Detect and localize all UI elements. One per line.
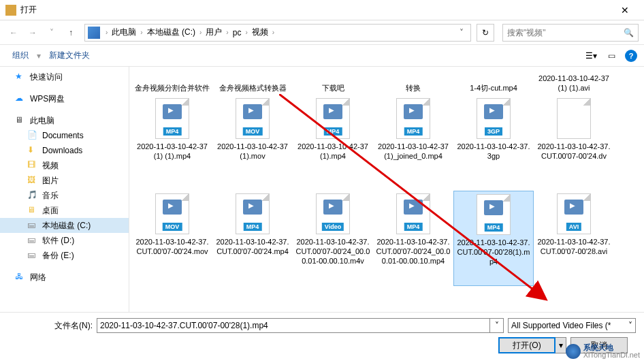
refresh-button[interactable]: ↻	[477, 24, 494, 42]
file-grid: 金舟视频分割合并软件 金舟视频格式转换器 下载吧 转换 1-4切-cut.mp4…	[132, 68, 641, 286]
file-item[interactable]: MP4 2020-11-03-10-42-37(1) (1).mp4	[132, 95, 212, 191]
crumb-users[interactable]: 用户	[204, 27, 223, 38]
video-icon	[323, 200, 342, 215]
drive-icon: 🖴	[27, 220, 38, 231]
titlebar: 打开 ✕	[0, 0, 644, 20]
sidebar-music[interactable]: 🎵音乐	[0, 188, 129, 203]
sidebar-label: 桌面	[42, 205, 59, 217]
sidebar-downloads[interactable]: ⬇Downloads	[0, 143, 129, 158]
filetype-select[interactable]: All Supported Video Files (* ˅	[508, 318, 636, 333]
filename-dropdown[interactable]: ˅	[490, 318, 504, 333]
crumb-drive-c[interactable]: 本地磁盘 (C:)	[146, 27, 197, 38]
file-item[interactable]: 1-4切-cut.mp4	[453, 68, 534, 95]
video-icon	[243, 200, 262, 215]
open-button[interactable]: 打开(O)	[498, 337, 556, 353]
sidebar-label: 图片	[42, 175, 59, 187]
sidebar-pictures[interactable]: 🖼图片	[0, 173, 129, 188]
recent-dropdown[interactable]: ˅	[44, 25, 60, 41]
sidebar-videos[interactable]: 🎞视频	[0, 158, 129, 173]
close-button[interactable]: ✕	[611, 5, 639, 16]
crumb-videos[interactable]: 视频	[251, 27, 270, 38]
file-item[interactable]: MP4 2020-11-03-10-42-37.CUT.00'07-00'28(…	[453, 191, 534, 286]
crumb-thispc[interactable]: 此电脑	[110, 27, 138, 38]
view-options-button[interactable]: ☰▾	[584, 49, 598, 63]
video-icon	[404, 104, 423, 119]
format-badge: MP4	[404, 127, 423, 136]
video-icon	[484, 200, 503, 215]
documents-icon: 📄	[27, 130, 38, 141]
sidebar-quick-access[interactable]: ★快速访问	[0, 69, 129, 84]
desktop-icon: 🖥	[27, 205, 38, 216]
up-button[interactable]: ↑	[63, 25, 79, 41]
preview-pane-button[interactable]: ▭	[605, 49, 618, 63]
file-item[interactable]: MP4 2020-11-03-10-42-37(1)_joined_0.mp4	[373, 95, 453, 191]
file-item[interactable]: 3GP 2020-11-03-10-42-37.3gp	[453, 95, 534, 191]
file-item[interactable]: Video 2020-11-03-10-42-37.CUT.00'07-00'2…	[293, 191, 373, 286]
chevron-right-icon[interactable]: ›	[242, 29, 250, 36]
sidebar-label: 软件 (D:)	[42, 235, 74, 247]
footer: 文件名(N): ˅ All Supported Video Files (* ˅…	[0, 312, 644, 356]
chevron-right-icon[interactable]: ›	[270, 29, 277, 36]
file-item[interactable]: MOV 2020-11-03-10-42-37(1).mov	[212, 95, 293, 191]
file-item[interactable]: 转换	[373, 68, 453, 95]
file-label: 2020-11-03-10-42-37.CUT.00'07-00'24.mov	[135, 237, 210, 256]
watermark-line2: XiTongTianDi.net	[583, 351, 640, 359]
sidebar-drive-d[interactable]: 🖴软件 (D:)	[0, 233, 129, 248]
sidebar-documents[interactable]: 📄Documents	[0, 128, 129, 143]
address-bar[interactable]: › 此电脑 › 本地磁盘 (C:) › 用户 › pc › 视频 › ˅	[84, 24, 471, 42]
format-badge: MP4	[163, 127, 182, 136]
watermark: 系统天地 XiTongTianDi.net	[566, 344, 640, 359]
file-item[interactable]: MOV 2020-11-03-10-42-37.CUT.00'07-00'24.…	[132, 191, 212, 286]
forward-button[interactable]: →	[25, 25, 41, 41]
search-box[interactable]: 🔍	[502, 24, 639, 42]
chevron-right-icon[interactable]: ›	[197, 29, 204, 36]
file-item[interactable]: MP4 2020-11-03-10-42-37.CUT.00'07-00'24.…	[212, 191, 293, 286]
back-button[interactable]: ←	[5, 25, 22, 41]
newfolder-button[interactable]: 新建文件夹	[44, 47, 95, 64]
sidebar-thispc[interactable]: 🖥此电脑	[0, 113, 129, 128]
organize-menu[interactable]: 组织	[7, 47, 34, 64]
file-label: 2020-11-03-10-42-37.CUT.00'07-00'28(1).m…	[457, 238, 530, 266]
file-item[interactable]: MP4 2020-11-03-10-42-37(1).mp4	[293, 95, 373, 191]
crumb-pc[interactable]: pc	[231, 28, 243, 37]
file-pane[interactable]: 金舟视频分割合并软件 金舟视频格式转换器 下载吧 转换 1-4切-cut.mp4…	[129, 67, 644, 312]
file-label: 1-4切-cut.mp4	[470, 83, 517, 93]
chevron-right-icon[interactable]: ›	[103, 29, 110, 36]
format-badge: 3GP	[485, 127, 502, 136]
file-label: 2020-11-03-10-42-37.CUT.00'07-00'24_00.0…	[376, 237, 451, 266]
file-item[interactable]: 2020-11-03-10-42-37(1) (1).avi	[534, 68, 614, 95]
help-button[interactable]: ?	[625, 50, 637, 62]
file-thumbnail	[557, 98, 591, 139]
filename-input[interactable]	[97, 318, 490, 333]
search-input[interactable]	[507, 28, 624, 37]
body: ★快速访问 ☁WPS网盘 🖥此电脑 📄Documents ⬇Downloads …	[0, 67, 644, 312]
open-dropdown[interactable]: ▾	[556, 337, 566, 353]
search-icon[interactable]: 🔍	[624, 28, 634, 37]
file-item[interactable]: 金舟视频格式转换器	[212, 68, 293, 95]
sidebar-wps[interactable]: ☁WPS网盘	[0, 91, 129, 106]
file-item[interactable]: AVI 2020-11-03-10-42-37.CUT.00'07-00'28.…	[534, 191, 614, 286]
address-dropdown[interactable]: ˅	[455, 28, 468, 37]
file-item[interactable]: 2020-11-03-10-42-37.CUT.00'07-00'24.dv	[534, 95, 614, 191]
format-badge: MOV	[243, 127, 263, 136]
sidebar-drive-c[interactable]: 🖴本地磁盘 (C:)	[0, 218, 129, 233]
file-label: 下载吧	[322, 83, 344, 93]
sidebar-drive-e[interactable]: 🖴备份 (E:)	[0, 248, 129, 263]
format-badge: MP4	[404, 223, 423, 231]
file-thumbnail: MP4	[236, 193, 270, 234]
star-icon: ★	[15, 72, 26, 82]
file-thumbnail: MP4	[477, 194, 511, 235]
file-label: 2020-11-03-10-42-37(1).mov	[215, 142, 290, 161]
sidebar-desktop[interactable]: 🖥桌面	[0, 203, 129, 218]
file-item[interactable]: 金舟视频分割合并软件	[132, 68, 212, 95]
file-item[interactable]: 下载吧	[293, 68, 373, 95]
video-icon	[243, 104, 262, 119]
file-item[interactable]: MP4 2020-11-03-10-42-37.CUT.00'07-00'24_…	[373, 191, 453, 286]
sidebar-label: 快速访问	[30, 72, 63, 83]
cloud-icon: ☁	[15, 93, 26, 104]
window-title: 打开	[20, 4, 611, 16]
chevron-right-icon[interactable]: ›	[223, 29, 231, 36]
sidebar-network[interactable]: 🖧网络	[0, 270, 129, 285]
sidebar-label: 视频	[42, 160, 59, 172]
chevron-right-icon[interactable]: ›	[138, 29, 145, 36]
